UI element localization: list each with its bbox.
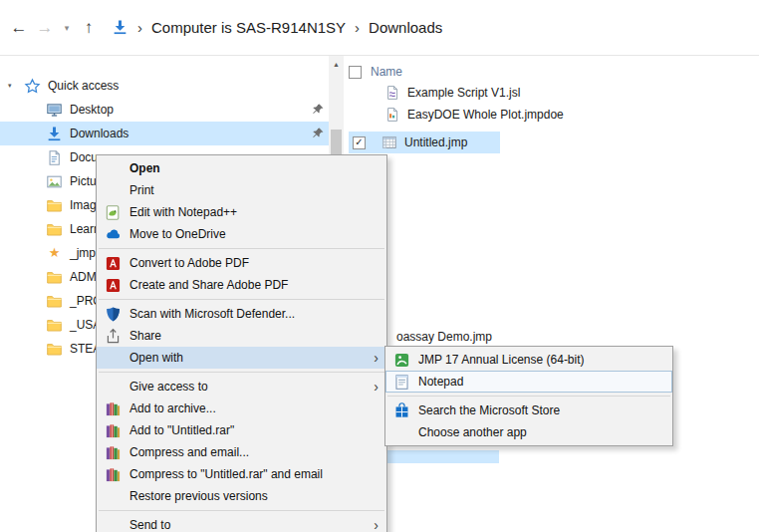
menu-item-label: Open xyxy=(129,161,160,175)
chevron-down-icon: ▾ xyxy=(65,23,70,33)
pin-icon[interactable] xyxy=(311,127,325,140)
menu-item-label: Choose another app xyxy=(418,425,527,439)
sidebar-item-label: Quick access xyxy=(48,79,119,93)
menu-item-print[interactable]: Print xyxy=(97,179,386,201)
menu-item-label: JMP 17 Annual License (64-bit) xyxy=(418,353,585,367)
menu-item-label: Print xyxy=(129,183,154,197)
winrar-icon xyxy=(105,444,122,461)
menu-separator xyxy=(99,510,384,511)
pin-icon[interactable] xyxy=(311,103,325,117)
breadcrumb-folder[interactable]: Downloads xyxy=(369,19,442,36)
menu-item-open[interactable]: Open xyxy=(97,157,386,179)
menu-item-label: Convert to Adobe PDF xyxy=(129,256,249,270)
menu-item-open-with[interactable]: Open with › xyxy=(97,347,386,369)
defender-shield-icon xyxy=(105,306,122,323)
file-row-example-script[interactable]: Example Script V1.jsl xyxy=(384,82,520,104)
menu-item-label: Search the Microsoft Store xyxy=(418,403,560,417)
menu-item-label: Compress and email... xyxy=(129,445,249,459)
menu-item-label: Compress to "Untitled.rar" and email xyxy=(129,467,323,481)
navigation-buttons: ← → ▾ ↑ xyxy=(6,13,102,43)
jmpdoe-file-icon xyxy=(384,107,400,123)
quick-access-star-icon xyxy=(24,78,41,95)
forward-button[interactable]: → xyxy=(32,14,58,42)
downloads-icon xyxy=(46,126,63,142)
notepad-plus-plus-icon xyxy=(105,204,122,221)
menu-item-send-to[interactable]: Send to › xyxy=(97,514,386,532)
menu-separator xyxy=(99,248,384,249)
back-button[interactable]: ← xyxy=(6,14,32,42)
file-name: EasyDOE Whole Plot.jmpdoe xyxy=(407,108,564,122)
menu-item-label: Restore previous versions xyxy=(129,489,268,503)
menu-item-move-to-onedrive[interactable]: Move to OneDrive xyxy=(97,223,386,245)
breadcrumb-separator-icon: › xyxy=(137,19,142,36)
menu-separator xyxy=(99,299,384,300)
file-name: Example Script V1.jsl xyxy=(407,86,520,100)
check-icon: ✓ xyxy=(355,137,363,147)
partially-visible-selected-row[interactable] xyxy=(387,450,499,463)
submenu-item-jmp-17[interactable]: JMP 17 Annual License (64-bit) xyxy=(385,349,672,371)
winrar-icon xyxy=(105,422,122,439)
open-with-submenu: JMP 17 Annual License (64-bit) Notepad S… xyxy=(384,346,673,446)
sidebar-item-quick-access[interactable]: ▾ Quick access xyxy=(0,74,329,98)
menu-item-label: Open with xyxy=(129,351,183,365)
up-icon: ↑ xyxy=(85,18,94,38)
select-all-checkbox[interactable] xyxy=(349,66,362,79)
back-icon: ← xyxy=(11,18,28,38)
menu-item-add-to-archive[interactable]: Add to archive... xyxy=(97,398,386,419)
breadcrumb-device[interactable]: Computer is SAS-R914N1SY xyxy=(151,19,346,36)
submenu-item-choose-another-app[interactable]: Choose another app xyxy=(385,421,672,443)
winrar-icon xyxy=(105,466,122,483)
expander-chevron-icon[interactable]: ▾ xyxy=(8,82,12,90)
recent-locations-button[interactable]: ▾ xyxy=(58,14,76,42)
adobe-pdf-icon xyxy=(105,277,122,294)
notepad-icon xyxy=(393,374,410,391)
adobe-pdf-icon xyxy=(105,255,122,272)
column-header-name[interactable]: Name xyxy=(371,65,402,79)
folder-icon xyxy=(46,221,63,238)
breadcrumb-separator-icon: › xyxy=(355,19,360,36)
scroll-up-button[interactable]: ▲ xyxy=(329,56,344,72)
menu-item-edit-with-notepadpp[interactable]: Edit with Notepad++ xyxy=(97,201,386,223)
pictures-icon xyxy=(46,173,63,190)
menu-icon-slot xyxy=(105,350,122,367)
menu-icon-slot xyxy=(393,424,410,441)
menu-item-label: Give access to xyxy=(129,380,208,394)
menu-item-label: Move to OneDrive xyxy=(129,227,226,241)
up-button[interactable]: ↑ xyxy=(76,14,102,42)
menu-item-label: Scan with Microsoft Defender... xyxy=(129,307,295,321)
menu-separator xyxy=(387,396,670,397)
breadcrumb: › Computer is SAS-R914N1SY › Downloads xyxy=(112,0,442,55)
sidebar-item-desktop[interactable]: Desktop xyxy=(0,98,329,122)
menu-icon-slot xyxy=(105,379,122,396)
menu-item-give-access-to[interactable]: Give access to › xyxy=(97,376,386,398)
menu-item-label: Add to "Untitled.rar" xyxy=(129,423,234,437)
shortcut-star-icon: ★ xyxy=(46,245,63,262)
menu-item-convert-to-adobe-pdf[interactable]: Convert to Adobe PDF xyxy=(97,252,386,274)
menu-item-scan-with-defender[interactable]: Scan with Microsoft Defender... xyxy=(97,303,386,325)
context-menu: Open Print Edit with Notepad++ Move to O… xyxy=(96,154,387,532)
item-checkbox[interactable]: ✓ xyxy=(353,136,366,149)
partially-occluded-file-name[interactable]: oassay Demo.jmp xyxy=(396,330,492,344)
menu-item-restore-previous-versions[interactable]: Restore previous versions xyxy=(97,485,386,507)
jmp-app-icon xyxy=(393,352,410,369)
sidebar-item-downloads[interactable]: Downloads xyxy=(0,122,329,145)
folder-icon xyxy=(46,197,63,214)
winrar-icon xyxy=(105,400,122,417)
menu-item-share[interactable]: Share xyxy=(97,325,386,347)
submenu-arrow-icon: › xyxy=(374,379,380,395)
jmp-table-file-icon xyxy=(381,134,397,150)
submenu-item-search-microsoft-store[interactable]: Search the Microsoft Store xyxy=(385,399,672,421)
folder-icon xyxy=(46,293,63,310)
file-row-untitled[interactable]: ✓ Untitled.jmp xyxy=(349,132,500,153)
menu-item-compress-to-untitled-rar-and-email[interactable]: Compress to "Untitled.rar" and email xyxy=(97,463,386,485)
file-row-easydoe[interactable]: EasyDOE Whole Plot.jmpdoe xyxy=(384,104,564,126)
share-icon xyxy=(105,328,122,345)
menu-item-compress-and-email[interactable]: Compress and email... xyxy=(97,441,386,463)
submenu-item-notepad[interactable]: Notepad xyxy=(385,371,672,393)
scroll-up-icon: ▲ xyxy=(333,61,340,68)
menu-item-add-to-untitled-rar[interactable]: Add to "Untitled.rar" xyxy=(97,419,386,441)
forward-icon: → xyxy=(37,18,54,38)
menu-icon-slot xyxy=(105,160,122,177)
file-name: Untitled.jmp xyxy=(404,135,467,149)
menu-item-create-and-share-adobe-pdf[interactable]: Create and Share Adobe PDF xyxy=(97,274,386,296)
